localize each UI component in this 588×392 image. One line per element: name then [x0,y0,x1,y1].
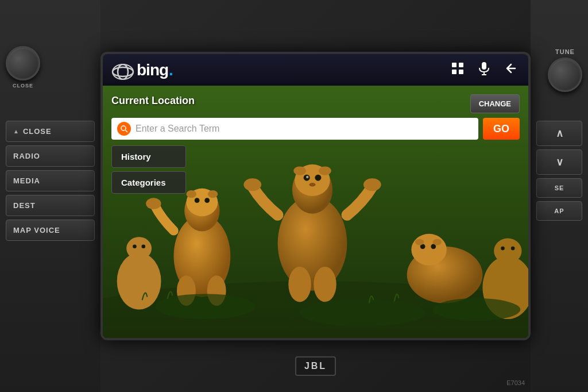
current-location-label: Current Location [111,95,195,107]
location-row: Current Location CHANGE [111,94,520,113]
jbl-badge: JBL [295,356,336,376]
search-row: Enter a Search Term GO [111,118,520,140]
down-button[interactable]: ∨ [536,149,582,175]
tune-knob-area: TUNE [548,46,582,92]
up-button[interactable]: ∧ [536,121,582,146]
close-arrow-icon: ▲ [13,128,20,134]
svg-line-53 [125,130,127,132]
svg-rect-49 [482,62,486,70]
vol-label: CLOSE [13,83,33,89]
bottom-bar: JBL [100,340,531,392]
top-icons [448,59,520,80]
search-placeholder: Enter a Search Term [136,124,473,134]
nav-buttons: History Categories [111,145,520,194]
right-control-panel: TUNE ∧ ∨ SE AP [531,0,588,392]
left-control-panel: CLOSE ▲ CLOSE RADIO MEDIA DEST MAP VOICE [0,0,100,392]
toyota-logo [111,64,130,76]
microphone-icon[interactable] [475,59,493,80]
vol-knob[interactable] [6,46,40,80]
model-number: E7034 [506,379,525,386]
map-voice-button[interactable]: MAP VOICE [6,220,95,241]
svg-rect-47 [452,70,457,74]
top-navigation-bar: bing . [103,54,528,86]
change-button[interactable]: CHANGE [470,94,520,113]
bing-text: bing [137,61,168,79]
main-screen: bing . [103,54,528,338]
car-infotainment-unit: CLOSE ▲ CLOSE RADIO MEDIA DEST MAP VOICE… [0,0,588,392]
close-button[interactable]: ▲ CLOSE [6,121,95,142]
screen-wrapper: bing . [100,52,531,340]
ap-button[interactable]: AP [536,201,582,221]
grid-icon[interactable] [448,59,467,80]
svg-point-52 [121,126,126,130]
bing-logo: bing . [137,61,173,79]
tune-label: TUNE [555,48,575,55]
dest-button[interactable]: DEST [6,195,95,216]
svg-rect-48 [459,70,463,74]
vol-knob-area: CLOSE [6,46,40,89]
back-icon[interactable] [501,59,520,80]
search-icon [117,122,131,136]
bing-dot-text: . [169,61,173,79]
go-button[interactable]: GO [483,118,520,140]
categories-button[interactable]: Categories [111,171,186,194]
side-buttons: ▲ CLOSE RADIO MEDIA DEST MAP VOICE [6,121,95,241]
tune-knob[interactable] [548,57,582,92]
se-button[interactable]: SE [536,178,582,198]
right-buttons: ∧ ∨ SE AP [536,121,582,221]
radio-button[interactable]: RADIO [6,145,95,167]
media-button[interactable]: MEDIA [6,170,95,191]
content-area: Current Location CHANGE Enter a Search T… [103,86,528,338]
history-button[interactable]: History [111,145,186,168]
search-bar[interactable]: Enter a Search Term [111,118,478,140]
svg-rect-45 [452,63,457,67]
svg-point-42 [113,67,133,76]
svg-rect-46 [459,63,463,67]
